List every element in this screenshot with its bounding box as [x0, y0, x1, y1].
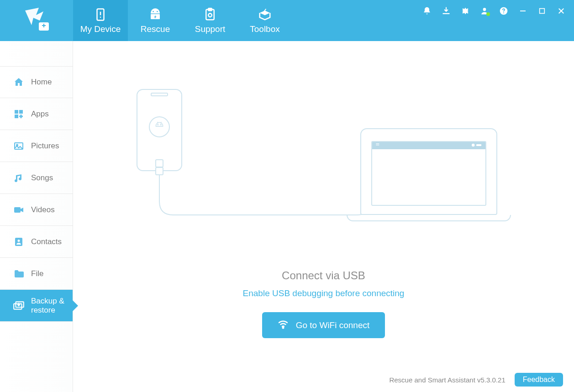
android-flash-icon	[147, 7, 163, 22]
sidebar-item-pictures[interactable]: Pictures	[0, 130, 73, 162]
app-header: My Device Rescue Support	[0, 0, 574, 41]
svg-point-8	[157, 11, 158, 12]
phone-outline	[137, 89, 182, 171]
nav-tab-label: Rescue	[141, 24, 170, 34]
svg-point-6	[100, 16, 101, 18]
nav-tab-label: Support	[195, 24, 226, 34]
nav-tab-rescue[interactable]: Rescue	[128, 0, 183, 41]
file-icon	[13, 268, 25, 280]
svg-point-7	[153, 11, 154, 12]
svg-rect-36	[156, 167, 163, 175]
sidebar-item-apps[interactable]: Apps	[0, 98, 73, 130]
gear-icon[interactable]	[461, 6, 470, 16]
svg-point-16	[503, 12, 504, 13]
sidebar-item-label: Contacts	[31, 237, 62, 246]
sidebar-item-label: Backup & restore	[31, 297, 73, 314]
version-text: Rescue and Smart Assistant v5.3.0.21	[389, 376, 505, 384]
footer: Rescue and Smart Assistant v5.3.0.21 Fee…	[389, 373, 563, 387]
laptop-outline	[347, 128, 511, 221]
home-icon	[13, 76, 25, 88]
svg-point-34	[157, 124, 158, 125]
sidebar-item-label: Pictures	[31, 141, 59, 151]
nav-tab-my-device[interactable]: My Device	[73, 0, 128, 41]
sidebar-item-home[interactable]: Home	[0, 66, 73, 98]
sidebar-item-file[interactable]: File	[0, 258, 73, 290]
backup-icon	[13, 300, 25, 312]
svg-rect-22	[19, 110, 23, 114]
android-icon	[149, 116, 170, 137]
header-nav-tabs: My Device Rescue Support	[73, 0, 292, 41]
sidebar-item-songs[interactable]: Songs	[0, 162, 73, 194]
svg-point-25	[16, 144, 18, 146]
sidebar-item-label: File	[31, 269, 43, 278]
phone-alert-icon	[93, 7, 108, 22]
maximize-icon[interactable]	[537, 6, 547, 16]
usb-debugging-link[interactable]: Enable USB debugging before connecting	[243, 288, 405, 298]
nav-tab-label: My Device	[80, 24, 121, 34]
connect-illustration	[137, 89, 511, 221]
close-icon[interactable]	[557, 6, 566, 16]
wifi-icon	[278, 319, 289, 332]
user-icon[interactable]	[480, 6, 489, 16]
wifi-connect-button[interactable]: Go to WiFi connect	[262, 312, 385, 338]
clipboard-gear-icon	[202, 7, 218, 22]
sidebar-item-videos[interactable]: Videos	[0, 194, 73, 226]
download-icon[interactable]	[442, 6, 451, 16]
connect-title: Connect via USB	[282, 269, 365, 282]
contacts-icon	[13, 236, 25, 248]
feedback-label: Feedback	[523, 376, 555, 383]
nav-tab-label: Toolbox	[250, 24, 280, 34]
svg-rect-3	[43, 24, 44, 27]
sidebar-item-label: Home	[31, 78, 52, 87]
toolbox-icon	[257, 7, 273, 22]
svg-rect-21	[15, 110, 18, 114]
svg-rect-40	[476, 144, 481, 146]
apps-icon	[13, 108, 25, 120]
svg-point-13	[208, 14, 212, 17]
svg-point-41	[282, 327, 284, 329]
svg-point-35	[160, 124, 161, 125]
svg-rect-23	[15, 115, 18, 118]
nav-tab-support[interactable]: Support	[183, 0, 237, 41]
svg-rect-18	[540, 9, 545, 14]
sidebar-item-contacts[interactable]: Contacts	[0, 226, 73, 258]
svg-point-29	[18, 240, 20, 242]
svg-point-14	[483, 8, 486, 11]
window-controls	[422, 0, 574, 41]
sidebar-item-label: Apps	[31, 110, 49, 119]
app-logo	[0, 0, 73, 41]
nav-tab-toolbox[interactable]: Toolbox	[237, 0, 292, 41]
svg-rect-12	[208, 8, 212, 10]
main-panel: Connect via USB Enable USB debugging bef…	[73, 41, 574, 392]
sidebar-item-backup-restore[interactable]: Backup & restore	[0, 290, 73, 322]
sidebar: Home Apps Pictures Songs Videos	[0, 41, 73, 392]
minimize-icon[interactable]	[518, 6, 527, 16]
wifi-button-label: Go to WiFi connect	[296, 320, 370, 330]
songs-icon	[13, 172, 25, 184]
svg-rect-26	[14, 207, 21, 213]
help-icon[interactable]	[499, 6, 508, 16]
feedback-button[interactable]: Feedback	[515, 373, 563, 387]
videos-icon	[13, 204, 25, 216]
svg-point-39	[471, 144, 474, 147]
sidebar-item-label: Songs	[31, 173, 53, 183]
pictures-icon	[13, 140, 25, 152]
bell-icon[interactable]	[422, 6, 432, 16]
sidebar-item-label: Videos	[31, 205, 55, 214]
